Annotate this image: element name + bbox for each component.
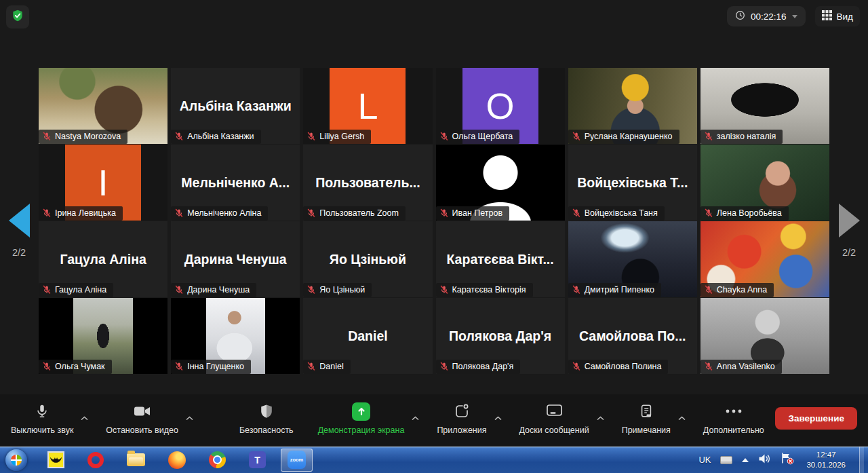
apps-icon: [454, 400, 470, 422]
participant-name: Яо Цзіньюй: [319, 285, 365, 295]
participant-tile[interactable]: Мельніченко А...Мельніченко Аліна: [171, 145, 300, 221]
meeting-security-shield-button[interactable]: [6, 5, 29, 29]
apps-options-caret[interactable]: [494, 411, 502, 423]
start-button[interactable]: [5, 449, 27, 471]
participant-tile[interactable]: Каратєєва Вікт...Каратєєва Вікторія: [436, 221, 565, 297]
meeting-toolbar: Выключить звук Остановить видео Безопасн…: [0, 394, 868, 447]
taskbar-clock[interactable]: 12:47 30.01.2026: [806, 450, 846, 470]
explorer-taskbar-button[interactable]: [127, 453, 145, 466]
participant-tile[interactable]: залізко наталія: [701, 68, 829, 144]
participant-name: залізко наталія: [717, 132, 776, 141]
mic-muted-icon: [704, 208, 713, 218]
participant-tile[interactable]: Chayka Anna: [701, 221, 829, 297]
participant-name: Chayka Anna: [717, 285, 767, 295]
mute-options-caret[interactable]: [81, 411, 88, 423]
share-options-caret[interactable]: [412, 411, 419, 423]
apps-button[interactable]: Приложения: [427, 399, 509, 435]
meeting-timer[interactable]: 00:22:16: [727, 6, 806, 26]
participant-tile[interactable]: Дарина ЧенушаДарина Ченуша: [171, 221, 300, 297]
notes-button[interactable]: Примечания: [612, 399, 694, 435]
participant-display-name: Гацула Аліна: [39, 252, 167, 267]
mic-muted-icon: [174, 208, 184, 218]
stop-video-button[interactable]: Остановить видео: [96, 399, 201, 435]
participant-tile[interactable]: Гацула АлінаГацула Аліна: [39, 221, 167, 297]
security-button[interactable]: Безопасность: [230, 399, 303, 435]
participant-tile[interactable]: Войцехівська Т...Войцехівська Таня: [568, 145, 697, 221]
participant-tile[interactable]: Anna Vasilenko: [701, 298, 829, 374]
whiteboards-label: Доски сообщений: [519, 425, 589, 435]
clock-icon: [735, 10, 745, 22]
chrome-center-dot: [213, 455, 222, 464]
mute-label: Выключить звук: [11, 425, 73, 435]
participant-tile[interactable]: Полякова Дар'яПолякова Дар'я: [436, 298, 565, 374]
show-desktop-button[interactable]: [859, 447, 864, 473]
participant-tile[interactable]: Пользователь...Пользователь Zoom: [303, 145, 432, 221]
participant-tile[interactable]: LLiliya Gersh: [303, 68, 432, 144]
prev-page-arrow-icon[interactable]: [9, 204, 30, 238]
participant-name: Гацула Аліна: [55, 285, 106, 295]
video-options-caret[interactable]: [186, 411, 193, 423]
participant-name: Каратєєва Вікторія: [452, 285, 526, 295]
mic-muted-icon: [307, 362, 316, 371]
participant-tile[interactable]: Nastya Morozova: [39, 68, 167, 144]
end-meeting-button[interactable]: Завершение: [775, 407, 857, 430]
participant-tile[interactable]: Інна Глущенко: [171, 298, 300, 374]
participant-name: Мельніченко Аліна: [187, 208, 261, 218]
participant-name: Полякова Дар'я: [452, 362, 514, 371]
view-button-label: Вид: [837, 12, 853, 22]
bat-mail-taskbar-button[interactable]: [47, 451, 64, 468]
participant-name-tag: Daniel: [303, 360, 350, 374]
participant-tile[interactable]: OОльга Щербата: [436, 68, 565, 144]
teams-taskbar-button[interactable]: T: [249, 451, 266, 468]
participant-name-tag: Ольга Щербата: [436, 130, 520, 144]
mic-muted-icon: [439, 285, 449, 295]
participant-tile[interactable]: Лена Воробьёва: [701, 145, 829, 221]
participant-name: Nastya Morozova: [55, 132, 121, 141]
participant-display-name: Самойлова По...: [568, 328, 697, 344]
show-hidden-icons-button[interactable]: [742, 458, 749, 462]
participant-tile[interactable]: Альбіна КазанжиАльбіна Казанжи: [171, 68, 300, 144]
keyboard-layout-icon[interactable]: [720, 456, 732, 464]
notes-options-caret[interactable]: [678, 411, 686, 423]
mic-muted-icon: [42, 362, 52, 371]
participant-name: Daniel: [319, 362, 343, 371]
participant-name: Альбіна Казанжи: [187, 132, 254, 141]
mic-muted-icon: [42, 132, 52, 141]
mic-muted-icon: [42, 285, 52, 295]
language-indicator[interactable]: UK: [698, 455, 711, 465]
gallery-prev-page: 2/2: [0, 204, 38, 258]
timer-value: 00:22:16: [751, 12, 787, 22]
more-button[interactable]: Дополнительно: [694, 399, 774, 435]
participant-tile[interactable]: DanielDaniel: [303, 298, 432, 374]
participants-grid: Nastya MorozovaАльбіна КазанжиАльбіна Ка…: [39, 68, 829, 374]
opera-taskbar-button[interactable]: [87, 452, 104, 468]
participant-tile[interactable]: Ольга Чумак: [39, 298, 167, 374]
view-button[interactable]: Вид: [815, 6, 860, 26]
participant-name: Дарина Ченуша: [187, 285, 250, 295]
participant-tile[interactable]: Руслана Карнаушенко: [568, 68, 697, 144]
participant-tile[interactable]: IІрина Левицька: [39, 145, 167, 221]
firefox-taskbar-button[interactable]: [168, 451, 186, 469]
mic-muted-icon: [572, 362, 581, 371]
participant-name-tag: залізко наталія: [701, 130, 783, 144]
participant-name-tag: Дарина Ченуша: [171, 283, 256, 297]
chrome-taskbar-button[interactable]: [209, 451, 226, 468]
volume-icon[interactable]: [758, 453, 771, 467]
participant-tile[interactable]: Иван Петров: [436, 145, 565, 221]
whiteboards-button[interactable]: Доски сообщений: [510, 399, 612, 435]
windows-taskbar: T zoom UK 12:47 30.01.2026: [0, 447, 868, 473]
whiteboard-icon: [546, 400, 563, 422]
action-center-flag-icon[interactable]: [781, 453, 794, 468]
participant-tile[interactable]: Дмитрий Пипенко: [568, 221, 697, 297]
participant-tile[interactable]: Яо ЦзіньюйЯо Цзіньюй: [303, 221, 432, 297]
participant-name-tag: Руслана Карнаушенко: [568, 130, 679, 144]
next-page-arrow-icon[interactable]: [839, 204, 860, 238]
whiteboards-options-caret[interactable]: [597, 411, 604, 423]
timer-dropdown-icon: [792, 15, 797, 18]
participant-tile[interactable]: Самойлова По...Самойлова Полина: [568, 298, 697, 374]
share-screen-button[interactable]: Демонстрация экрана: [309, 399, 428, 435]
mic-muted-icon: [439, 208, 449, 218]
zoom-taskbar-button-active[interactable]: zoom: [281, 449, 313, 472]
participant-display-name: Каратєєва Вікт...: [436, 252, 565, 267]
mute-button[interactable]: Выключить звук: [1, 399, 96, 435]
